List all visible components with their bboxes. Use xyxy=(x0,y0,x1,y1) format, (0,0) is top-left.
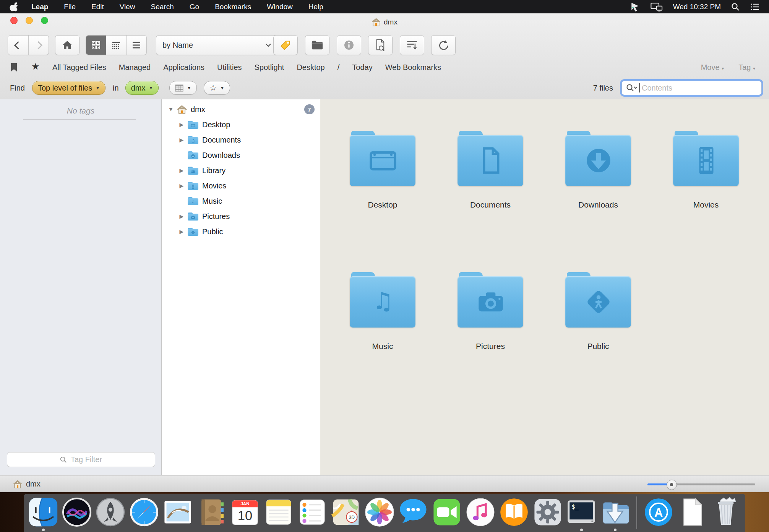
folder-public[interactable]: Public xyxy=(544,272,652,351)
dock-messages-icon[interactable] xyxy=(397,496,429,528)
columns-dropdown[interactable]: ▼ xyxy=(169,81,197,95)
music-folder-icon[interactable]: ♫ xyxy=(350,272,415,330)
scope-dropdown[interactable]: Top level of files▼ xyxy=(32,81,105,95)
dock-app-store-icon[interactable]: A xyxy=(643,496,674,528)
icon-view-button[interactable] xyxy=(86,36,106,55)
dock-notes-icon[interactable] xyxy=(263,496,294,528)
list-view-button[interactable] xyxy=(126,36,146,55)
menu-leap[interactable]: Leap xyxy=(31,3,48,11)
dock-document-icon[interactable] xyxy=(677,496,708,528)
desktop-folder-icon[interactable] xyxy=(350,131,415,189)
back-button[interactable] xyxy=(8,36,28,55)
tag-dropdown[interactable]: Tag ▾ xyxy=(738,63,755,72)
tree-item-documents[interactable]: ▶ Documents xyxy=(162,132,320,148)
dock-terminal-icon[interactable]: $_ xyxy=(566,496,597,528)
pictures-folder-icon[interactable] xyxy=(458,272,523,330)
dock-itunes-icon[interactable] xyxy=(465,496,496,528)
bookmark-item-desktop[interactable]: Desktop xyxy=(297,63,324,72)
forward-button[interactable] xyxy=(28,36,49,55)
disclosure-closed-icon[interactable]: ▶ xyxy=(178,229,185,235)
apple-logo-icon[interactable] xyxy=(8,2,20,12)
bookmark-item-utilities[interactable]: Utilities xyxy=(217,63,242,72)
disclosure-closed-icon[interactable]: ▶ xyxy=(178,137,185,143)
dock-leap-icon[interactable] xyxy=(599,496,631,528)
title-bar[interactable]: dmx xyxy=(0,13,769,31)
folder-music[interactable]: ♫ Music xyxy=(329,272,436,351)
disclosure-closed-icon[interactable]: ▶ xyxy=(178,183,185,189)
disclosure-closed-icon[interactable]: ▶ xyxy=(178,213,185,219)
menu-window[interactable]: Window xyxy=(267,3,293,11)
pointer-icon[interactable] xyxy=(630,2,640,12)
info-button[interactable] xyxy=(337,35,361,55)
list-thumb-view-button[interactable] xyxy=(106,36,126,55)
search-input[interactable] xyxy=(621,81,762,95)
dock-trash-icon[interactable] xyxy=(710,496,741,528)
documents-folder-icon[interactable] xyxy=(458,131,523,189)
favorites-star-icon[interactable]: ★ xyxy=(31,61,40,72)
tree-item-public[interactable]: ▶ Public xyxy=(162,224,320,239)
dock-system-preferences-icon[interactable] xyxy=(532,496,563,528)
bookmark-item-all-tagged-files[interactable]: All Tagged Files xyxy=(52,63,106,72)
dock-siri-icon[interactable] xyxy=(61,496,92,528)
dock-mail-icon[interactable] xyxy=(162,496,193,528)
menu-search[interactable]: Search xyxy=(151,3,174,11)
arrange-button[interactable] xyxy=(400,35,424,55)
bookmark-item--[interactable]: / xyxy=(337,63,340,72)
sort-order-dropdown[interactable]: by Name xyxy=(156,35,278,55)
folder-documents[interactable]: Documents xyxy=(436,131,544,209)
menu-view[interactable]: View xyxy=(120,3,135,11)
dock-finder-icon[interactable] xyxy=(28,496,59,528)
notification-center-icon[interactable] xyxy=(750,2,760,11)
tree-item-downloads[interactable]: Downloads xyxy=(162,148,320,163)
move-dropdown[interactable]: Move ▾ xyxy=(701,63,724,72)
dock-facetime-icon[interactable] xyxy=(431,496,462,528)
spotlight-search-icon[interactable] xyxy=(731,2,740,11)
tree-item-music[interactable]: ♫ Music xyxy=(162,193,320,209)
slider-knob[interactable] xyxy=(667,480,677,490)
displays-icon[interactable] xyxy=(650,2,663,12)
bookmark-item-applications[interactable]: Applications xyxy=(163,63,204,72)
tree-item-library[interactable]: ▶ Library xyxy=(162,163,320,178)
folder-downloads[interactable]: Downloads xyxy=(544,131,652,209)
home-button[interactable] xyxy=(55,35,79,55)
disclosure-closed-icon[interactable]: ▶ xyxy=(178,122,185,128)
menu-go[interactable]: Go xyxy=(190,3,199,11)
bookmark-item-web-bookmarks[interactable]: Web Bookmarks xyxy=(385,63,441,72)
public-folder-icon[interactable] xyxy=(565,272,631,330)
tree-item-movies[interactable]: ▶ Movies xyxy=(162,178,320,193)
bookmark-item-managed[interactable]: Managed xyxy=(119,63,151,72)
location-dropdown[interactable]: dmx▼ xyxy=(125,81,159,95)
tree-item-root[interactable]: ▼ dmx 7 xyxy=(162,102,320,117)
tree-item-pictures[interactable]: ▶ Pictures xyxy=(162,209,320,224)
menu-clock[interactable]: Wed 10:32 PM xyxy=(673,3,721,11)
dock-photos-icon[interactable] xyxy=(364,496,395,528)
tree-item-desktop[interactable]: ▶ Desktop xyxy=(162,117,320,132)
menu-edit[interactable]: Edit xyxy=(91,3,104,11)
menu-file[interactable]: File xyxy=(64,3,76,11)
menu-bookmarks[interactable]: Bookmarks xyxy=(215,3,251,11)
bookmark-item-today[interactable]: Today xyxy=(352,63,372,72)
dock-contacts-icon[interactable] xyxy=(196,496,227,528)
new-folder-button[interactable] xyxy=(305,35,329,55)
preview-button[interactable] xyxy=(368,35,393,55)
tag-button[interactable] xyxy=(273,35,298,55)
folder-pictures[interactable]: Pictures xyxy=(436,272,544,351)
dock-launchpad-icon[interactable] xyxy=(95,496,126,528)
downloads-folder-icon[interactable] xyxy=(565,131,631,189)
movies-folder-icon[interactable] xyxy=(673,131,739,189)
dock-ibooks-icon[interactable] xyxy=(498,496,530,528)
tag-filter-input[interactable]: Tag Filter xyxy=(7,452,155,467)
folder-desktop[interactable]: Desktop xyxy=(329,131,436,209)
disclosure-closed-icon[interactable]: ▶ xyxy=(178,167,185,174)
dock-maps-icon[interactable]: 3D xyxy=(330,496,362,528)
folder-movies[interactable]: Movies xyxy=(652,131,760,209)
disclosure-open-icon[interactable]: ▼ xyxy=(168,106,174,112)
bookmark-icon[interactable] xyxy=(11,63,17,72)
rating-dropdown[interactable]: ☆▼ xyxy=(204,81,230,95)
dock-calendar-icon[interactable]: JAN10 xyxy=(229,496,261,528)
dock-reminders-icon[interactable] xyxy=(297,496,328,528)
bookmark-item-spotlight[interactable]: Spotlight xyxy=(255,63,284,72)
icon-size-slider[interactable] xyxy=(647,481,755,488)
menu-help[interactable]: Help xyxy=(308,3,323,11)
search-magnifier-icon[interactable] xyxy=(626,84,638,92)
